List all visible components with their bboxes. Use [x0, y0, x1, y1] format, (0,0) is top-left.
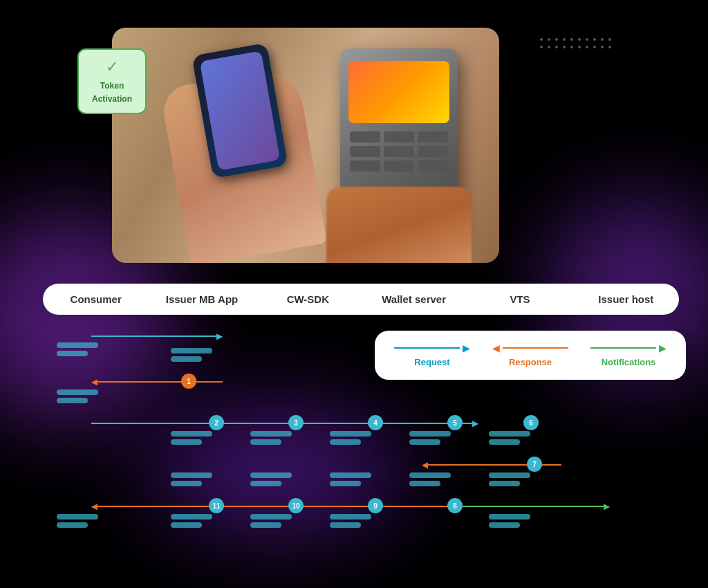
col-issuer-host: Issuer host: [584, 293, 667, 305]
num-9: 9: [368, 498, 383, 513]
col-consumer: Consumer: [55, 293, 138, 305]
col-wallet-server: Wallet server: [373, 293, 456, 305]
num-6: 6: [523, 415, 539, 430]
check-icon: ✓: [90, 58, 134, 76]
num-1: 1: [181, 374, 196, 389]
token-activation-badge: ✓ Token Activation: [77, 48, 147, 114]
col-cwsdk: CW-SDK: [266, 293, 349, 305]
num-8: 8: [447, 498, 463, 513]
num-2: 2: [209, 415, 224, 430]
payment-photo: [112, 28, 499, 263]
badge-label: Token Activation: [92, 81, 132, 104]
num-5: 5: [447, 415, 463, 430]
num-11: 11: [209, 498, 224, 513]
num-4: 4: [368, 415, 383, 430]
main-container: ✓ Token Activation: [57, 28, 651, 263]
col-issuer-mb: Issuer MB App: [160, 293, 243, 305]
legend-notifications-label: Notifications: [602, 357, 656, 367]
sequence-diagram: Consumer Issuer MB App CW-SDK Wallet ser…: [43, 284, 679, 588]
legend-notifications: ▶ Notifications: [590, 343, 667, 367]
num-3: 3: [288, 415, 304, 430]
legend-response: ◀ Response: [492, 343, 568, 367]
legend-request-label: Request: [414, 357, 449, 367]
legend-card: ▶ Request ◀ Response ▶ Notifications: [375, 331, 686, 380]
column-headers: Consumer Issuer MB App CW-SDK Wallet ser…: [43, 284, 679, 315]
num-10: 10: [288, 498, 304, 513]
col-vts: VTS: [478, 293, 561, 305]
legend-request: ▶ Request: [394, 343, 470, 367]
legend-response-label: Response: [509, 357, 552, 367]
num-7: 7: [527, 457, 542, 472]
